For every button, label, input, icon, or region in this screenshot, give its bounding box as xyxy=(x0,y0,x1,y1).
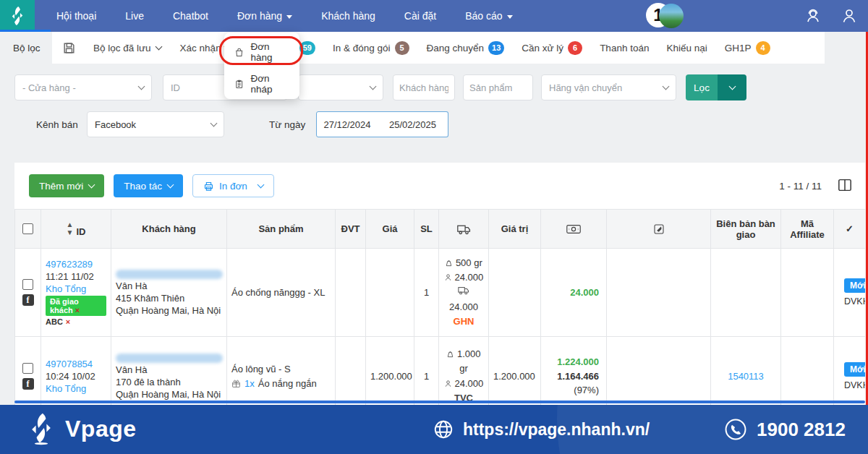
table-row[interactable]: f 497078854 10:24 10/02 Kho Tổng Vân Hà … xyxy=(15,337,866,406)
tabs: Bộ lọc đã lưu Xác nhận t hận59 In & đóng… xyxy=(62,32,770,64)
nav-item-live[interactable]: Live xyxy=(125,10,144,22)
tab-khieu-nai[interactable]: Khiếu nại xyxy=(666,43,707,53)
col-bienban: Biên bản bàn giao xyxy=(711,210,781,249)
gift-qty: 1x xyxy=(244,378,255,389)
order-id-link[interactable]: 497623289 xyxy=(46,259,106,270)
blurred-customer-handle xyxy=(116,354,223,363)
money-icon xyxy=(566,224,581,234)
to-date-input[interactable]: 25/02/2025 xyxy=(378,111,448,137)
chevron-down-icon xyxy=(88,181,95,189)
filter-button[interactable]: Lọc xyxy=(686,74,746,100)
chevron-down-icon xyxy=(370,83,377,90)
tab-saved-filters[interactable]: Bộ lọc đã lưu xyxy=(93,43,161,53)
customer-input[interactable] xyxy=(399,82,448,93)
save-icon[interactable] xyxy=(62,41,76,55)
nhanh-logo-icon xyxy=(7,6,27,26)
customer-cell: Vân Hà 170 đê la thành Quận Hoàng Mai, H… xyxy=(111,337,227,406)
bienban-link[interactable]: 1540113 xyxy=(728,371,764,382)
order-tag: ABC× xyxy=(46,317,106,326)
nav-item-hoi-thoai[interactable]: Hội thoại xyxy=(56,10,96,22)
chevron-down-icon xyxy=(210,120,218,127)
col-id[interactable]: ▲▼ID xyxy=(41,210,111,249)
carrier-label: GHN xyxy=(443,314,484,329)
row-select-cell: f xyxy=(15,249,41,337)
warehouse-link[interactable]: Kho Tổng xyxy=(46,283,106,294)
carrier-select[interactable]: Hãng vận chuyển xyxy=(541,74,676,100)
affiliate-cell xyxy=(781,337,834,406)
table-row[interactable]: f 497623289 11:21 11/02 Kho Tổng Đã giao… xyxy=(15,249,866,337)
date-label: Từ ngày xyxy=(269,111,305,137)
filter-section-label[interactable]: Bộ lọc xyxy=(13,32,41,64)
filter-dropdown-toggle[interactable] xyxy=(718,74,746,100)
orders-table: ▲▼ID Khách hàng Sản phẩm ĐVT Giá SL Giá … xyxy=(14,209,865,405)
actions-button[interactable]: Thao tác xyxy=(114,174,183,197)
nav-item-chatbot[interactable]: Chatbot xyxy=(173,10,208,22)
bienban-cell: 1540113 xyxy=(711,337,781,406)
truck-icon xyxy=(457,223,471,235)
vpage-app: Hội thoại Live Chatbot Đơn hàng Khách hà… xyxy=(0,0,868,454)
chevron-down-icon xyxy=(155,43,162,51)
menu-item-don-hang[interactable]: Đơn hàng xyxy=(224,38,299,66)
customer-cell: Vân Hà 415 Khâm Thiên Quận Hoàng Mai, Hà… xyxy=(111,249,227,337)
print-order-button[interactable]: In đơn xyxy=(192,174,274,197)
facebook-icon: f xyxy=(22,378,34,390)
col-gia: Giá xyxy=(366,210,414,249)
support-agent-icon[interactable] xyxy=(804,7,822,25)
product-input[interactable] xyxy=(469,82,527,93)
phone-icon xyxy=(723,417,748,442)
customer-address1: 170 đê la thành xyxy=(116,377,222,387)
avatar[interactable]: 1 xyxy=(646,3,684,29)
nav-item-don-hang[interactable]: Đơn hàng xyxy=(237,10,292,22)
customer-name: Vân Hà xyxy=(116,280,222,291)
status2-cell: Mới DVKH N xyxy=(834,249,866,337)
brand-logo[interactable] xyxy=(0,0,35,32)
product-cell: Áo lông vũ - S 1x Áo nắng ngắn xyxy=(227,337,336,406)
weight-icon xyxy=(445,259,453,267)
tab-can-xu-ly[interactable]: Cần xử lý6 xyxy=(522,41,582,55)
tab-xac-nhan[interactable]: Xác nhận t xyxy=(180,43,227,53)
from-date-input[interactable]: 27/12/2024 xyxy=(316,111,378,137)
col-check: ✓ xyxy=(834,210,866,249)
user-icon[interactable] xyxy=(841,7,858,25)
select-all-checkbox[interactable] xyxy=(22,223,33,234)
nav-item-khach-hang[interactable]: Khách hàng xyxy=(321,10,375,22)
channel-select[interactable]: Facebook xyxy=(87,111,224,137)
qty-cell: 1 xyxy=(414,337,439,406)
sort-icon: ▲▼ xyxy=(67,220,73,236)
product-input-box xyxy=(463,74,533,100)
badge-count: 6 xyxy=(568,41,582,55)
col-affiliate: Mã Affiliate xyxy=(781,210,834,249)
navbar: Hội thoại Live Chatbot Đơn hàng Khách hà… xyxy=(0,0,868,32)
col-dvt: ĐVT xyxy=(336,210,366,249)
col-value: Giá trị xyxy=(489,210,541,249)
chevron-down-icon xyxy=(257,181,264,189)
horizontal-scrollbar[interactable] xyxy=(14,401,865,403)
tab-thanh-toan[interactable]: Thanh toán xyxy=(600,43,649,53)
nav-item-cai-dat[interactable]: Cài đặt xyxy=(404,10,436,22)
orders-card: Thêm mới Thao tác In đơn 1 - 11 / 11 xyxy=(14,163,865,405)
order-id-cell: 497623289 11:21 11/02 Kho Tổng Đã giao k… xyxy=(41,249,111,337)
tab-in-dong-goi[interactable]: In & đóng gói5 xyxy=(333,41,409,55)
menu-item-don-nhap[interactable]: Đơn nháp xyxy=(224,70,299,98)
col-product: Sản phẩm xyxy=(227,210,336,249)
columns-icon[interactable] xyxy=(838,179,852,192)
order-id-link[interactable]: 497078854 xyxy=(46,359,106,369)
add-new-button[interactable]: Thêm mới xyxy=(29,174,104,197)
hidden-select[interactable] xyxy=(298,74,383,100)
row-checkbox[interactable] xyxy=(22,279,33,290)
footer-url[interactable]: https://vpage.nhanh.vn/ xyxy=(433,405,650,454)
order-id-cell: 497078854 10:24 10/02 Kho Tổng xyxy=(41,337,111,406)
warehouse-link[interactable]: Kho Tổng xyxy=(46,383,106,394)
tab-gh1p[interactable]: GH1P4 xyxy=(725,41,770,55)
dvkh-label: DVKH N xyxy=(844,296,861,307)
nav-item-bao-cao[interactable]: Báo cáo xyxy=(465,10,512,22)
note-cell xyxy=(607,337,711,406)
footer-phone[interactable]: 1900 2812 xyxy=(723,405,846,454)
truck-icon xyxy=(458,286,469,295)
tab-dang-chuyen[interactable]: Đang chuyển13 xyxy=(427,41,505,55)
remove-tag-icon[interactable]: × xyxy=(66,317,70,326)
chevron-down-icon xyxy=(286,15,292,19)
footer: Vpage https://vpage.nhanh.vn/ 1900 2812 xyxy=(0,405,868,454)
store-select[interactable]: - Cửa hàng - xyxy=(14,74,152,100)
row-checkbox[interactable] xyxy=(22,363,33,374)
